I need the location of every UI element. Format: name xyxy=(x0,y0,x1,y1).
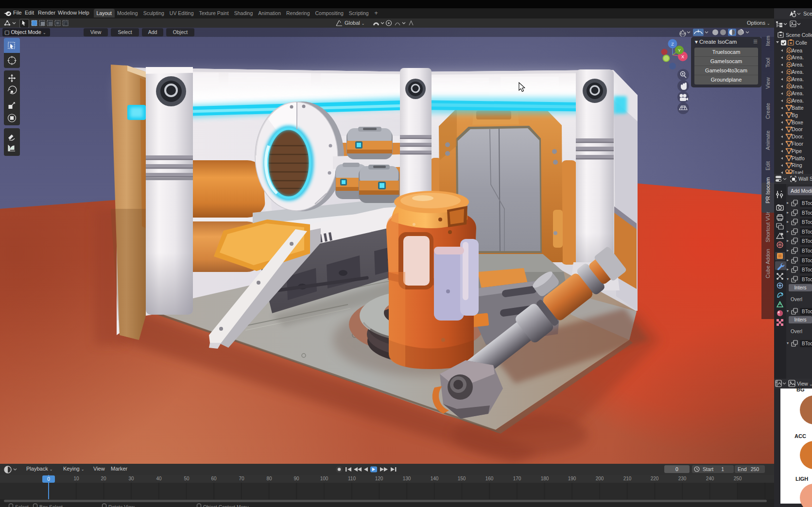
svg-text:Area.: Area. xyxy=(792,76,804,82)
svg-text:Colle: Colle xyxy=(795,40,807,46)
svg-text:Area: Area xyxy=(792,48,802,53)
svg-text:Area.: Area. xyxy=(792,62,804,68)
svg-text:Area.: Area. xyxy=(792,54,804,60)
svg-text:Door: Door xyxy=(792,126,803,132)
svg-text:Area.: Area. xyxy=(792,84,804,89)
svg-text:Batte: Batte xyxy=(792,105,804,111)
svg-text:Door.: Door. xyxy=(792,134,804,139)
svg-text:Y: Y xyxy=(678,48,681,53)
svg-text:Bg: Bg xyxy=(792,112,798,118)
svg-text:Area.: Area. xyxy=(792,90,804,96)
svg-text:Scene Collec: Scene Collec xyxy=(786,32,812,38)
svg-text:TrueI: TrueI xyxy=(792,169,803,174)
svg-text:Area.: Area. xyxy=(792,98,804,103)
svg-text:Floor: Floor xyxy=(792,141,803,147)
svg-text:View ⌄: View ⌄ xyxy=(797,381,812,387)
svg-text:X: X xyxy=(681,54,684,59)
svg-text:Platfo: Platfo xyxy=(792,155,805,161)
svg-text:Wall S: Wall S xyxy=(798,176,812,182)
svg-text:Ring: Ring xyxy=(792,162,802,168)
svg-text:Area.: Area. xyxy=(792,69,804,75)
svg-text:Boxe: Boxe xyxy=(792,119,803,125)
svg-text:Z: Z xyxy=(671,42,674,47)
svg-text:Pipe: Pipe xyxy=(792,148,802,154)
